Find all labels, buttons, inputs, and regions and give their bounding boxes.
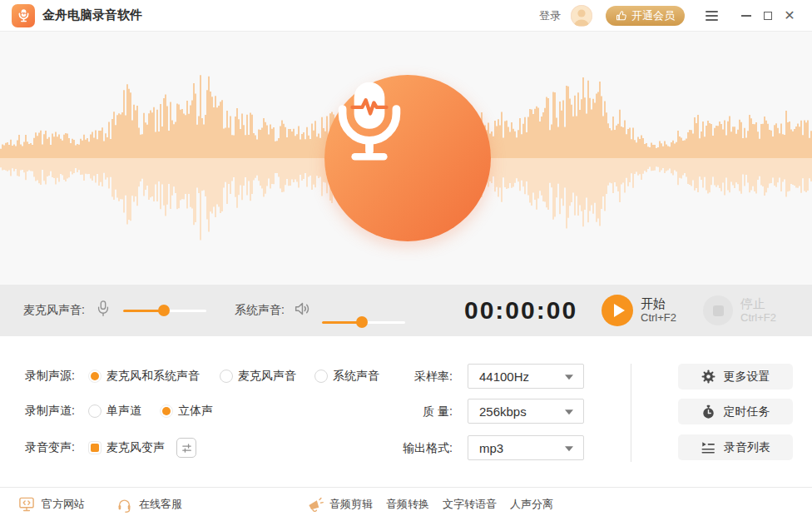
thumb-up-icon xyxy=(616,10,627,22)
start-shortcut: Ctrl+F2 xyxy=(641,311,676,325)
stop-button-labels[interactable]: 停止 Ctrl+F2 xyxy=(740,296,776,325)
text-to-speech-link[interactable]: 文字转语音 xyxy=(443,497,497,512)
online-support-label: 在线客服 xyxy=(139,497,182,512)
quality-value: 256kbps xyxy=(479,404,527,419)
format-value: mp3 xyxy=(479,441,503,455)
footer-left-links: 官方网站 在线客服 xyxy=(0,496,182,513)
recording-list-button[interactable]: 录音列表 xyxy=(678,434,793,460)
maximize-button[interactable] xyxy=(757,5,779,27)
audio-edit-link[interactable]: 音频剪辑 xyxy=(306,496,373,513)
login-link[interactable]: 登录 xyxy=(539,8,561,23)
more-settings-label: 更多设置 xyxy=(724,370,770,385)
audio-convert-link[interactable]: 音频转换 xyxy=(386,497,429,512)
gear-icon xyxy=(701,370,715,384)
quality-select[interactable]: 256kbps xyxy=(468,399,584,424)
channel-option-stereo[interactable]: 立体声 xyxy=(160,404,213,419)
microphone-icon xyxy=(324,75,414,165)
checkbox-icon[interactable] xyxy=(88,441,102,454)
avatar[interactable] xyxy=(571,5,592,27)
timer-icon xyxy=(701,404,715,419)
app-window: 金舟电脑录音软件 登录 开通会员 ✕ xyxy=(0,0,812,521)
system-volume-icon xyxy=(293,300,311,321)
format-select[interactable]: mp3 xyxy=(468,435,584,460)
app-logo-icon xyxy=(12,4,35,27)
recording-timer: 00:00:00 xyxy=(464,296,577,325)
start-button[interactable] xyxy=(602,295,633,326)
channel-row: 录制声道: 单声道 立体声 xyxy=(25,399,213,423)
website-icon xyxy=(18,496,35,513)
source-option-system[interactable]: 系统声音 xyxy=(314,369,379,384)
titlebar: 金舟电脑录音软件 登录 开通会员 ✕ xyxy=(0,0,812,32)
official-website-label: 官方网站 xyxy=(42,497,85,512)
vertical-divider xyxy=(631,364,631,462)
voice-change-option[interactable]: 麦克风变声 xyxy=(88,440,165,455)
settings-panel: 录制声源: 麦克风和系统声音 麦克风声音 系统声音 录制声道: 单声道 xyxy=(0,336,812,487)
maximize-icon xyxy=(764,12,772,20)
menu-button[interactable] xyxy=(703,8,720,23)
megaphone-icon xyxy=(306,496,324,513)
start-button-labels[interactable]: 开始 Ctrl+F2 xyxy=(641,296,676,325)
minimize-icon xyxy=(741,15,751,17)
chevron-down-icon xyxy=(565,375,573,380)
vocal-separation-link[interactable]: 人声分离 xyxy=(510,497,553,512)
support-headset-icon xyxy=(116,497,132,513)
sample-rate-select[interactable]: 44100Hz xyxy=(468,364,584,389)
quality-label: 质 量: xyxy=(379,404,453,419)
online-support-link[interactable]: 在线客服 xyxy=(116,497,182,513)
radio-icon[interactable] xyxy=(88,404,102,418)
sample-rate-value: 44100Hz xyxy=(479,370,529,384)
play-icon xyxy=(602,295,633,326)
source-option-mic[interactable]: 麦克风声音 xyxy=(220,369,296,384)
radio-icon[interactable] xyxy=(88,370,102,383)
source-option-mic-and-system[interactable]: 麦克风和系统声音 xyxy=(88,369,200,384)
mic-volume-handle[interactable] xyxy=(158,305,170,316)
more-settings-button[interactable]: 更多设置 xyxy=(678,364,793,390)
scheduled-task-button[interactable]: 定时任务 xyxy=(678,399,793,424)
channel-option-mono[interactable]: 单声道 xyxy=(88,404,141,419)
audio-edit-label: 音频剪辑 xyxy=(329,497,373,512)
stop-icon xyxy=(703,295,733,325)
recording-list-label: 录音列表 xyxy=(724,440,770,455)
start-label: 开始 xyxy=(641,296,676,311)
app-title: 金舟电脑录音软件 xyxy=(42,7,142,23)
format-label: 输出格式: xyxy=(379,441,453,456)
vip-button-label: 开通会员 xyxy=(631,8,675,23)
channel-label: 录制声道: xyxy=(25,404,88,419)
control-bar: 麦克风声音: 系统声音: 00:00:00 开始 xyxy=(0,285,812,336)
user-silhouette-icon xyxy=(571,5,592,27)
scheduled-task-label: 定时任务 xyxy=(724,404,770,419)
sample-rate-label: 采样率: xyxy=(379,370,453,385)
vip-button[interactable]: 开通会员 xyxy=(606,6,685,26)
source-label: 录制声源: xyxy=(25,369,88,384)
audio-convert-label: 音频转换 xyxy=(386,497,429,512)
stop-shortcut: Ctrl+F2 xyxy=(740,311,776,325)
radio-icon[interactable] xyxy=(314,370,328,383)
mic-volume-label: 麦克风声音: xyxy=(23,303,85,318)
waveform-area xyxy=(0,32,812,285)
voice-change-row: 录音变声: 麦克风变声 xyxy=(25,436,196,459)
mic-logo-glyph xyxy=(17,8,31,22)
system-volume-label: 系统声音: xyxy=(235,303,285,318)
footer-bar: 官方网站 在线客服 音频剪辑 xyxy=(0,487,812,521)
system-volume-handle[interactable] xyxy=(356,316,368,328)
stop-label: 停止 xyxy=(740,296,776,311)
record-button[interactable] xyxy=(324,75,491,241)
text-to-speech-label: 文字转语音 xyxy=(443,497,497,512)
source-row: 录制声源: 麦克风和系统声音 麦克风声音 系统声音 xyxy=(25,365,379,388)
minimize-button[interactable] xyxy=(735,5,757,27)
mic-volume-icon xyxy=(95,299,111,322)
radio-icon[interactable] xyxy=(160,404,173,418)
radio-icon[interactable] xyxy=(220,370,233,383)
stop-button[interactable] xyxy=(703,295,733,325)
close-button[interactable]: ✕ xyxy=(779,5,800,27)
footer-right-links: 音频剪辑 音频转换 文字转语音 人声分离 xyxy=(306,496,553,513)
vocal-separation-label: 人声分离 xyxy=(510,497,553,512)
voice-change-settings-button[interactable] xyxy=(176,438,196,458)
list-icon xyxy=(701,440,715,454)
chevron-down-icon xyxy=(565,446,573,451)
chevron-down-icon xyxy=(565,409,573,414)
tune-icon xyxy=(181,442,193,454)
close-icon: ✕ xyxy=(784,9,795,22)
voice-change-label: 录音变声: xyxy=(25,440,88,455)
official-website-link[interactable]: 官方网站 xyxy=(18,496,85,513)
